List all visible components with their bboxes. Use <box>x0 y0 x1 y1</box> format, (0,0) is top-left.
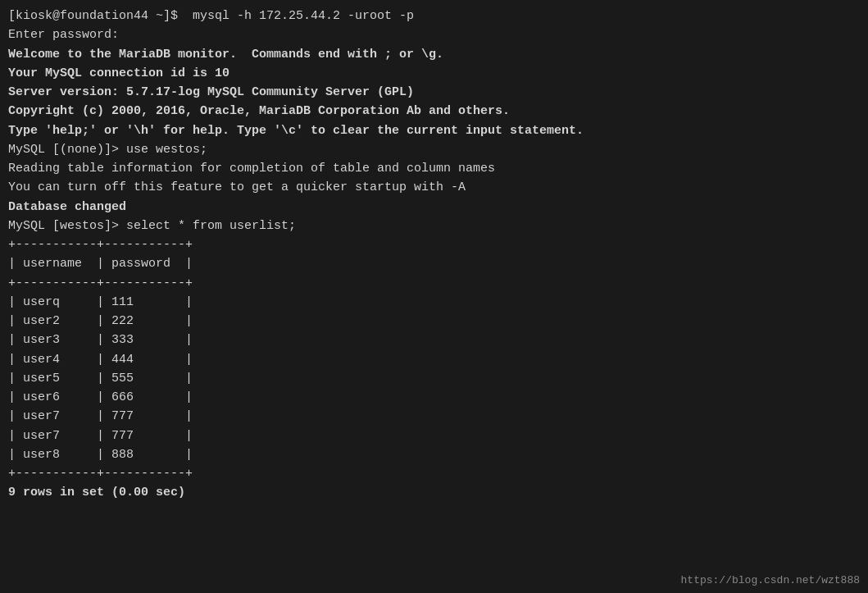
terminal-line-11: Reading table information for completion… <box>8 159 860 178</box>
terminal-line-3: Your MySQL connection id is 10 <box>8 64 860 83</box>
terminal-line-10: MySQL [(none)]> use westos; <box>8 140 860 159</box>
terminal-line-19: | userq | 111 | <box>8 293 860 312</box>
terminal-line-8: Type 'help;' or '\h' for help. Type '\c'… <box>8 121 860 140</box>
terminal-line-12: You can turn off this feature to get a q… <box>8 178 860 197</box>
terminal-line-2: Welcome to the MariaDB monitor. Commands… <box>8 45 860 64</box>
terminal-line-23: | user5 | 555 | <box>8 369 860 388</box>
terminal: [kiosk@foundation44 ~]$ mysql -h 172.25.… <box>0 0 868 593</box>
terminal-line-0: [kiosk@foundation44 ~]$ mysql -h 172.25.… <box>8 7 860 25</box>
terminal-line-4: Server version: 5.7.17-log MySQL Communi… <box>8 83 860 102</box>
terminal-line-14: Database changed <box>8 198 860 217</box>
terminal-line-16: +-----------+-----------+ <box>8 235 860 254</box>
terminal-line-21: | user3 | 333 | <box>8 331 860 349</box>
terminal-line-1: Enter password: <box>8 25 860 44</box>
terminal-line-24: | user6 | 666 | <box>8 388 860 407</box>
terminal-line-27: | user8 | 888 | <box>8 445 860 464</box>
terminal-line-18: +-----------+-----------+ <box>8 274 860 293</box>
terminal-line-28: +-----------+-----------+ <box>8 464 860 483</box>
terminal-line-15: MySQL [westos]> select * from userlist; <box>8 217 860 235</box>
watermark: https://blog.csdn.net/wzt888 <box>681 574 860 586</box>
terminal-line-22: | user4 | 444 | <box>8 350 860 369</box>
terminal-line-29: 9 rows in set (0.00 sec) <box>8 483 860 502</box>
terminal-line-20: | user2 | 222 | <box>8 312 860 331</box>
terminal-line-6: Copyright (c) 2000, 2016, Oracle, MariaD… <box>8 102 860 121</box>
terminal-line-17: | username | password | <box>8 254 860 273</box>
terminal-line-26: | user7 | 777 | <box>8 427 860 445</box>
terminal-line-25: | user7 | 777 | <box>8 407 860 426</box>
